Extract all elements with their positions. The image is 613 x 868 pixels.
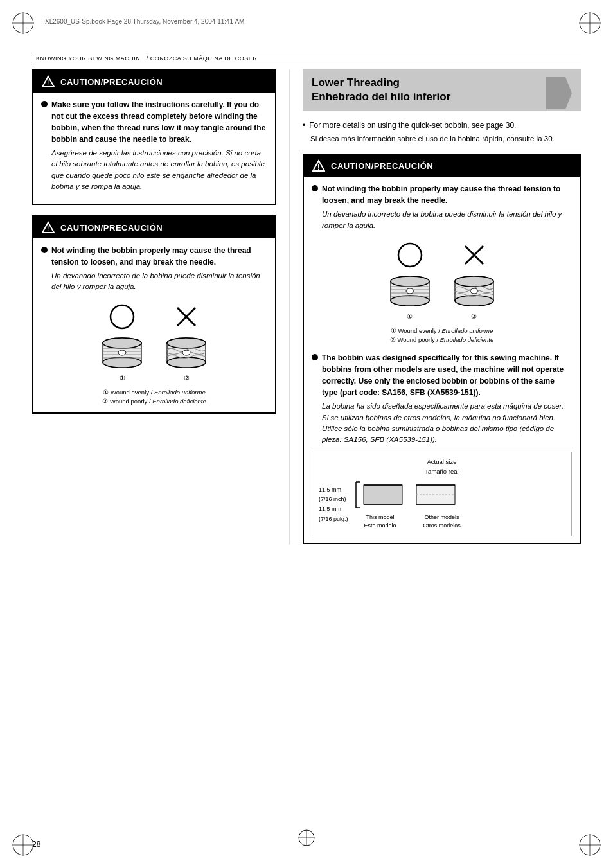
caution1-en-text: Make sure you follow the instructions ca… — [51, 100, 265, 144]
intro-bullet: • For more details on using the quick-se… — [303, 120, 581, 131]
right-caution-b2-es: La bobina ha sido diseñada específicamen… — [322, 401, 572, 445]
warning-triangle-icon-1: ! — [41, 75, 55, 89]
svg-point-33 — [167, 357, 206, 368]
right-column: Lower Threading Enhebrado del hilo infer… — [289, 69, 581, 829]
intro-es: Si desea más información sobre el uso de… — [310, 134, 581, 145]
size-diagram-inner: 11.5 mm (7/16 inch) 11,5 mm (7/16 pulg.) — [319, 479, 565, 531]
caution1-bullet-1: Make sure you follow the instructions ca… — [41, 99, 267, 192]
right-caution-b1-content: Not winding the bobbin properly may caus… — [322, 183, 572, 231]
right-col-inner: Lower Threading Enhebrado del hilo infer… — [289, 69, 581, 544]
svg-point-55 — [470, 288, 478, 294]
svg-point-16 — [111, 305, 134, 328]
this-model-label: This model Este modelo — [364, 513, 396, 531]
svg-text:!: ! — [47, 80, 49, 87]
spool-symbol-x-right — [458, 239, 490, 271]
caption-1-left: ① Wound evenly / Enrollado uniforme — [41, 388, 267, 397]
svg-point-53 — [455, 276, 493, 287]
spool-item-1-right: ① — [387, 239, 432, 321]
caution-header-right: ! CAUTION/PRECAUCIÓN — [304, 155, 580, 177]
spool-symbol-circle — [106, 301, 138, 333]
this-model-en: This model — [364, 513, 396, 522]
svg-point-20 — [103, 338, 141, 348]
caption-2-left: ② Wound poorly / Enrollado deficiente — [41, 397, 267, 406]
other-models-es: Otros modelos — [423, 522, 461, 531]
caution1-bullet-text-1: Make sure you follow the instructions ca… — [51, 99, 267, 192]
right-caution-b1-en: Not winding the bobbin properly may caus… — [322, 184, 560, 205]
size-measurements: 11.5 mm (7/16 inch) 11,5 mm (7/16 pulg.) — [319, 485, 348, 524]
spool-item-2-right: ② — [452, 239, 497, 321]
this-model-es: Este modelo — [364, 522, 396, 531]
other-models-bar: Other models Otros modelos — [416, 479, 468, 531]
spool-captions-left: ① Wound evenly / Enrollado uniforme ② Wo… — [41, 388, 267, 407]
caution-box-right: ! CAUTION/PRECAUCIÓN Not winding the bob… — [303, 154, 581, 544]
svg-point-32 — [167, 338, 206, 348]
file-info-text: XL2600_US-Sp.book Page 28 Thursday, Nove… — [45, 18, 244, 25]
size-bars: This model Este modelo — [355, 479, 565, 531]
spool-number-2-left: ② — [184, 373, 190, 383]
caution-body-2: Not winding the bobbin properly may caus… — [41, 245, 267, 406]
right-caution-b2-content: The bobbin was designed specifically for… — [322, 352, 572, 445]
intro-en: For more details on using the quick-set … — [309, 120, 516, 131]
caution-box-1: ! CAUTION/PRECAUCIÓN Make sure you follo… — [32, 69, 276, 205]
page-number: 28 — [32, 840, 40, 849]
svg-point-42 — [391, 296, 429, 306]
other-models-en: Other models — [423, 513, 461, 522]
spool-number-1-left: ① — [120, 373, 125, 383]
corner-mark-bl — [12, 833, 35, 856]
spool-diagram-right: ① — [312, 239, 572, 321]
section-title-en: Lower Threading — [312, 76, 540, 90]
spool-diagram-left: ① — [41, 301, 267, 383]
file-info: XL2600_US-Sp.book Page 28 Thursday, Nove… — [45, 18, 244, 25]
meas-2-en: 11,5 mm — [319, 504, 348, 514]
svg-point-47 — [406, 288, 414, 294]
caution2-es-italic: Un devanado incorrecto de la bobina pued… — [51, 270, 267, 293]
main-content: ! CAUTION/PRECAUCIÓN Make sure you follo… — [32, 69, 581, 829]
caution-body-right: Not winding the bobbin properly may caus… — [312, 183, 572, 536]
spool-number-2-right: ② — [471, 312, 477, 321]
this-model-bar: This model Este modelo — [355, 479, 406, 531]
left-column: ! CAUTION/PRECAUCIÓN Make sure you follo… — [32, 69, 276, 829]
bottom-center-mark — [298, 829, 315, 849]
section-header: Lower Threading Enhebrado del hilo infer… — [303, 69, 581, 111]
caution-body-1: Make sure you follow the instructions ca… — [41, 99, 267, 192]
spool-item-1-left: ① — [100, 301, 145, 383]
right-caution-bullet-2: The bobbin was designed specifically for… — [312, 352, 572, 445]
caution1-es-text: Asegúrese de seguir las instrucciones co… — [51, 148, 267, 192]
caution-title-right: CAUTION/PRECAUCIÓN — [331, 161, 433, 171]
svg-point-34 — [182, 350, 190, 355]
right-caution-bullet-1: Not winding the bobbin properly may caus… — [312, 183, 572, 231]
spool-svg-1-right — [387, 274, 432, 309]
svg-point-41 — [391, 276, 429, 287]
bullet-circle-r1 — [312, 185, 318, 191]
section-header-arrow — [546, 77, 572, 103]
caution-header-2: ! CAUTION/PRECAUCIÓN — [33, 217, 275, 238]
right-caution-b1-es: Un devanado incorrecto de la bobina pued… — [322, 209, 572, 231]
spool-svg-2-left — [164, 335, 209, 371]
caution-header-1: ! CAUTION/PRECAUCIÓN — [33, 71, 275, 93]
other-models-svg — [416, 479, 468, 511]
svg-point-37 — [398, 244, 422, 267]
caution-box-2: ! CAUTION/PRECAUCIÓN Not winding the bob… — [32, 215, 276, 414]
warning-triangle-icon-right: ! — [312, 159, 326, 173]
meas-1-en: 11.5 mm — [319, 485, 348, 495]
svg-point-21 — [103, 357, 141, 368]
section-title-es: Enhebrado del hilo inferior — [312, 90, 540, 104]
actual-size-en: Actual size — [319, 457, 565, 466]
size-diagram-labels: Actual size Tamaño real — [319, 457, 565, 476]
spool-svg-2-right — [452, 274, 497, 309]
svg-text:!: ! — [317, 164, 320, 171]
svg-point-54 — [455, 296, 493, 306]
meas-2-unit: (7/16 pulg.) — [319, 515, 348, 524]
page-number-text: 28 — [32, 840, 40, 849]
nav-text: KNOWING YOUR SEWING MACHINE / CONOZCA SU… — [36, 55, 257, 62]
other-models-label: Other models Otros modelos — [423, 513, 461, 531]
spool-svg-1-left — [100, 335, 145, 371]
size-diagram: Actual size Tamaño real 11.5 mm (7/16 in… — [312, 452, 572, 536]
spool-number-1-right: ① — [407, 312, 413, 321]
bullet-circle-r2 — [312, 354, 318, 360]
spool-item-2-left: ② — [164, 301, 209, 383]
caption-1-right: ① Wound evenly / Enrollado uniforme — [312, 326, 572, 335]
svg-text:!: ! — [47, 226, 49, 233]
section-title-block: Lower Threading Enhebrado del hilo infer… — [312, 76, 540, 104]
page-wrapper: XL2600_US-Sp.book Page 28 Thursday, Nove… — [0, 0, 613, 868]
